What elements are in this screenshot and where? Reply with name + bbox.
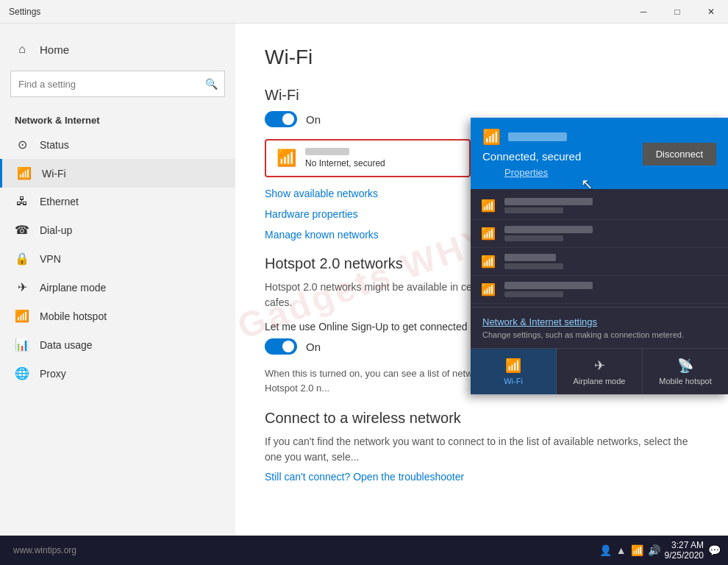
current-network[interactable]: 📶 No Internet, secured xyxy=(265,139,471,177)
sidebar-item-status[interactable]: ⊙ Status xyxy=(0,130,235,159)
dialup-icon: ☎ xyxy=(15,223,29,237)
sidebar-item-vpn[interactable]: 🔒 VPN xyxy=(0,244,235,273)
airplane-icon: ✈ xyxy=(15,280,29,294)
connect-section: Connect to a wireless network If you can… xyxy=(265,410,699,483)
sidebar-item-label: Status xyxy=(40,139,69,151)
taskbar-clock: 3:27 AM xyxy=(665,540,704,550)
overlay-net-wifi-icon-3: 📶 xyxy=(481,255,497,269)
quick-wifi-label: Wi-Fi xyxy=(504,377,523,385)
wifi-icon: 📶 xyxy=(17,166,32,180)
sidebar: ⌂ Home 🔍 Network & Internet ⊙ Status 📶 W… xyxy=(0,24,235,565)
quick-action-wifi[interactable]: 📶 Wi-Fi xyxy=(471,349,557,394)
quick-action-airplane[interactable]: ✈ Airplane mode xyxy=(557,349,643,394)
sidebar-item-dialup[interactable]: ☎ Dial-up xyxy=(0,216,235,244)
ethernet-icon: 🖧 xyxy=(15,195,29,208)
disconnect-button[interactable]: Disconnect xyxy=(643,143,716,166)
overlay-network-name-blur xyxy=(508,132,567,141)
overlay-quick-actions: 📶 Wi-Fi ✈ Airplane mode 📡 Mobile hotspot xyxy=(471,348,728,394)
network-wifi-icon: 📶 xyxy=(276,149,296,168)
overlay-net-wifi-icon-4: 📶 xyxy=(481,282,497,296)
sidebar-item-label: Dial-up xyxy=(40,224,72,236)
connect-section-title: Connect to a wireless network xyxy=(265,410,699,427)
taskbar-notification-icon[interactable]: 💬 xyxy=(708,544,721,556)
network-sub-blur-4 xyxy=(504,291,563,297)
quick-mobile-icon: 📡 xyxy=(677,358,693,374)
sidebar-item-label: Data usage xyxy=(40,339,93,351)
sidebar-section-label: Network & Internet xyxy=(0,104,235,130)
quick-mobile-label: Mobile hotspot xyxy=(659,377,712,385)
network-sub-blur-2 xyxy=(504,235,563,241)
app-title: Settings xyxy=(9,7,40,17)
overlay-wifi-icon: 📶 xyxy=(482,128,501,146)
vpn-icon: 🔒 xyxy=(15,252,29,266)
network-settings-desc: Change settings, such as making a connec… xyxy=(482,330,716,339)
taskbar-url: www.wintips.org xyxy=(7,545,76,555)
quick-airplane-label: Airplane mode xyxy=(574,377,626,385)
wifi-section-title: Wi-Fi xyxy=(265,87,699,104)
taskbar-left: www.wintips.org xyxy=(0,545,76,555)
signup-toggle-label: On xyxy=(306,341,321,353)
network-name-blur-2 xyxy=(504,226,593,233)
sidebar-item-label: Wi-Fi xyxy=(42,168,66,180)
taskbar-date: 9/25/2020 xyxy=(665,550,704,561)
sidebar-item-label: Ethernet xyxy=(40,196,79,207)
quick-airplane-icon: ✈ xyxy=(594,358,605,374)
network-name-blur-1 xyxy=(504,198,593,205)
overlay-properties-link[interactable]: Properties xyxy=(504,167,548,178)
close-button[interactable]: ✕ xyxy=(694,0,728,24)
taskbar-user-icon: 👤 xyxy=(599,544,612,556)
sidebar-item-wifi[interactable]: 📶 Wi-Fi xyxy=(0,159,235,188)
sidebar-item-label: Proxy xyxy=(40,368,66,380)
network-name-blur-4 xyxy=(504,282,593,289)
maximize-button[interactable]: □ xyxy=(660,0,694,24)
minimize-button[interactable]: ─ xyxy=(627,0,660,24)
sidebar-search-container: 🔍 xyxy=(10,71,225,97)
sidebar-item-data-usage[interactable]: 📊 Data usage xyxy=(0,330,235,359)
overlay-connected-label: Connected, secured xyxy=(482,150,581,163)
network-name-blur-3 xyxy=(504,254,556,261)
overlay-network-item[interactable]: 📶 xyxy=(471,248,728,276)
network-sub-blur-1 xyxy=(504,207,563,213)
sidebar-item-label: VPN xyxy=(40,253,61,265)
overlay-network-item[interactable]: 📶 xyxy=(471,276,728,304)
proxy-icon: 🌐 xyxy=(15,366,29,380)
taskbar-notify-icon: ▲ xyxy=(616,544,627,556)
overlay-net-wifi-icon-1: 📶 xyxy=(481,199,497,213)
network-info: No Internet, secured xyxy=(305,148,385,168)
overlay-net-info-4 xyxy=(504,282,593,297)
window-controls: ─ □ ✕ xyxy=(627,0,728,24)
overlay-connected-network: 📶 Connected, secured Properties Disconne… xyxy=(471,118,728,189)
wifi-toggle[interactable] xyxy=(265,111,297,127)
quick-action-mobile-hotspot[interactable]: 📡 Mobile hotspot xyxy=(643,349,728,394)
sidebar-home[interactable]: ⌂ Home xyxy=(0,35,235,63)
sidebar-item-ethernet[interactable]: 🖧 Ethernet xyxy=(0,188,235,216)
overlay-settings: Network & Internet settings Change setti… xyxy=(471,307,728,348)
titlebar: Settings ─ □ ✕ xyxy=(0,0,728,24)
sidebar-item-mobile-hotspot[interactable]: 📶 Mobile hotspot xyxy=(0,302,235,330)
taskbar-wifi-tray-icon[interactable]: 📶 xyxy=(631,544,643,556)
sidebar-item-airplane[interactable]: ✈ Airplane mode xyxy=(0,273,235,302)
signup-toggle[interactable] xyxy=(265,338,297,355)
taskbar-volume-icon[interactable]: 🔊 xyxy=(648,544,660,556)
page-title: Wi-Fi xyxy=(265,46,699,69)
sidebar-home-label: Home xyxy=(40,43,69,56)
troubleshooter-link[interactable]: Still can't connect? Open the troublesho… xyxy=(265,471,699,483)
overlay-net-info-1 xyxy=(504,198,593,213)
wifi-overlay-panel: 📶 Connected, secured Properties Disconne… xyxy=(471,118,728,394)
data-usage-icon: 📊 xyxy=(15,338,29,352)
sidebar-item-label: Airplane mode xyxy=(40,282,106,294)
sidebar-item-proxy[interactable]: 🌐 Proxy xyxy=(0,359,235,388)
status-icon: ⊙ xyxy=(15,138,29,152)
connect-description: If you can't find the network you want t… xyxy=(265,434,691,465)
network-settings-link[interactable]: Network & Internet settings xyxy=(482,316,716,327)
overlay-net-wifi-icon-2: 📶 xyxy=(481,227,497,241)
search-input[interactable] xyxy=(10,71,225,97)
quick-wifi-icon: 📶 xyxy=(505,358,521,374)
mobile-hotspot-icon: 📶 xyxy=(15,309,29,323)
overlay-net-info-2 xyxy=(504,226,593,241)
overlay-network-item[interactable]: 📶 xyxy=(471,192,728,220)
home-icon: ⌂ xyxy=(15,43,29,56)
search-icon: 🔍 xyxy=(205,78,218,90)
overlay-net-info-3 xyxy=(504,254,563,269)
overlay-network-item[interactable]: 📶 xyxy=(471,220,728,248)
